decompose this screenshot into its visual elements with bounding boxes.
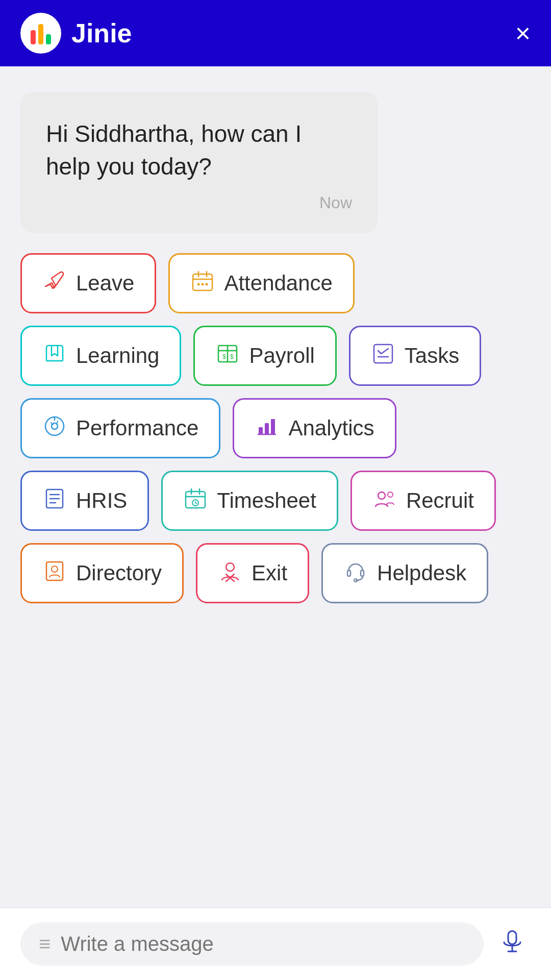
svg-rect-40 [508,931,516,944]
analytics-label: Analytics [288,416,374,440]
mic-button[interactable] [494,923,531,966]
exit-icon [218,559,242,587]
analytics-icon [255,414,279,443]
svg-point-31 [388,492,393,497]
hris-button[interactable]: HRIS [20,471,149,531]
attendance-icon [190,269,215,298]
svg-rect-17 [259,427,263,434]
svg-text:$: $ [222,353,226,360]
hris-label: HRIS [76,488,127,513]
svg-rect-12 [374,345,392,363]
input-bar: ≡ [0,908,551,980]
exit-label: Exit [252,561,287,585]
svg-rect-19 [271,419,275,434]
svg-point-30 [378,492,385,499]
performance-icon [42,414,67,443]
bot-message-text: Hi Siddhartha, how can I help you today? [46,117,352,183]
directory-icon [42,559,67,587]
attendance-label: Attendance [224,271,333,296]
menu-icon: ≡ [39,933,51,955]
helpdesk-button[interactable]: Helpdesk [321,543,488,603]
payroll-icon: $ $ [215,341,240,370]
logo-bars [31,22,51,44]
buttons-row-4: HRIS Timesheet [20,471,531,531]
attendance-button[interactable]: Attendance [168,253,355,313]
buttons-row-2: Learning $ $ Payroll [20,326,531,386]
directory-label: Directory [76,561,162,585]
hris-icon [42,486,67,515]
svg-rect-32 [46,562,63,580]
recruit-label: Recruit [406,488,474,513]
timesheet-button[interactable]: Timesheet [161,471,338,531]
timesheet-label: Timesheet [217,488,316,513]
logo-bar-yellow [38,24,43,44]
buttons-row-3: Performance Analytics [20,398,531,458]
header-logo-group: Jinie [20,13,132,54]
message-input[interactable] [61,933,465,955]
app-title: Jinie [71,18,132,48]
tasks-button[interactable]: Tasks [349,326,481,386]
logo-bubble [20,13,61,54]
learning-label: Learning [76,344,159,368]
action-buttons-grid: Leave Attendance [20,253,531,603]
helpdesk-label: Helpdesk [377,561,466,585]
learning-icon [42,341,67,370]
performance-button[interactable]: Performance [20,398,220,458]
learning-button[interactable]: Learning [20,326,181,386]
svg-text:$: $ [230,353,234,360]
svg-rect-0 [193,274,212,290]
logo-bar-green [46,34,51,44]
close-button[interactable]: × [515,20,531,46]
chat-area: Hi Siddhartha, how can I help you today?… [0,66,551,980]
svg-point-4 [197,283,200,285]
svg-point-33 [52,566,58,572]
bot-message-bubble: Hi Siddhartha, how can I help you today?… [20,92,378,233]
exit-button[interactable]: Exit [196,543,309,603]
tasks-label: Tasks [405,344,459,368]
app-header: Jinie × [0,0,551,66]
recruit-icon [372,486,397,515]
leave-icon [42,269,67,298]
recruit-button[interactable]: Recruit [350,471,496,531]
logo-bar-red [31,30,36,44]
tasks-icon [371,341,395,370]
helpdesk-icon [343,559,368,587]
svg-point-5 [202,283,204,285]
payroll-button[interactable]: $ $ Payroll [193,326,336,386]
input-field-wrap: ≡ [20,922,484,966]
payroll-label: Payroll [249,344,314,368]
svg-rect-18 [265,423,269,434]
svg-point-34 [226,563,234,571]
buttons-row-5: Directory Exit [20,543,531,603]
analytics-button[interactable]: Analytics [233,398,396,458]
directory-button[interactable]: Directory [20,543,184,603]
timesheet-icon [183,486,208,515]
message-timestamp: Now [46,193,352,212]
leave-button[interactable]: Leave [20,253,156,313]
buttons-row-1: Leave Attendance [20,253,531,313]
mic-icon [499,930,525,960]
svg-point-6 [206,283,208,285]
leave-label: Leave [76,271,134,296]
performance-label: Performance [76,416,198,440]
